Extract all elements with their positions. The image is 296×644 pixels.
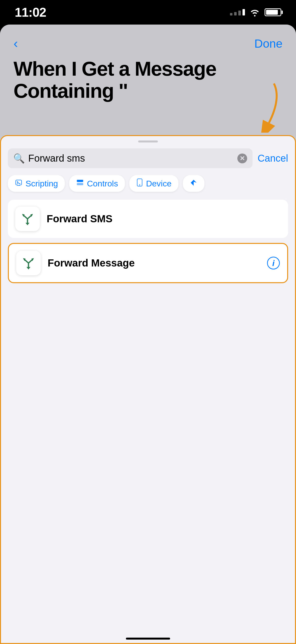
cancel-search-button[interactable]: Cancel	[258, 153, 288, 164]
info-icon: i	[267, 257, 280, 270]
search-input[interactable]	[28, 153, 234, 164]
search-panel: 🔍 ✕ Cancel Scripting Controls	[0, 135, 296, 644]
svg-rect-1	[77, 180, 83, 182]
status-icons	[230, 8, 281, 16]
wifi-icon	[249, 8, 260, 16]
home-indicator	[126, 638, 170, 640]
drag-handle	[138, 140, 158, 142]
done-button[interactable]: Done	[254, 37, 283, 50]
svg-rect-2	[77, 183, 83, 185]
clear-search-button[interactable]: ✕	[237, 154, 247, 163]
controls-icon	[76, 178, 84, 188]
location-icon	[190, 179, 198, 188]
result-forward-sms[interactable]: Forward SMS	[8, 200, 288, 238]
back-button[interactable]: ‹	[13, 38, 18, 50]
chevron-left-icon: ‹	[13, 36, 18, 50]
arrow-icon	[237, 78, 286, 133]
status-time: 11:02	[15, 5, 46, 20]
status-bar: 11:02	[0, 0, 296, 24]
chip-device[interactable]: Device	[129, 175, 178, 192]
svg-point-4	[139, 184, 140, 186]
controls-label: Controls	[87, 179, 118, 188]
result-forward-message[interactable]: Forward Message i	[8, 243, 288, 283]
scripting-label: Scripting	[25, 179, 58, 188]
search-icon: 🔍	[13, 153, 25, 164]
category-chips: Scripting Controls Device	[1, 175, 295, 200]
results-list: Forward SMS	[1, 200, 295, 283]
signal-icon	[230, 9, 245, 16]
chip-location[interactable]	[183, 175, 204, 192]
forward-message-label: Forward Message	[48, 257, 260, 269]
info-button[interactable]: i	[267, 257, 280, 270]
chip-scripting[interactable]: Scripting	[8, 175, 65, 192]
device-label: Device	[146, 179, 172, 188]
arrow-annotation	[237, 78, 286, 133]
clear-icon: ✕	[240, 155, 245, 162]
scripting-icon	[15, 178, 22, 188]
forward-sms-icon-wrap	[15, 206, 40, 231]
search-input-wrapper: 🔍 ✕	[8, 148, 253, 168]
nav-bar: ‹ Done	[0, 24, 296, 55]
forward-sms-label: Forward SMS	[47, 213, 281, 225]
main-sheet: ‹ Done When I Get a Message Containing '…	[0, 24, 296, 644]
battery-icon	[265, 8, 281, 16]
search-bar-container: 🔍 ✕ Cancel	[1, 148, 295, 168]
forward-message-icon	[20, 254, 37, 272]
forward-message-icon-wrap	[16, 251, 41, 275]
forward-sms-icon	[19, 210, 36, 228]
device-icon	[136, 178, 143, 188]
chip-controls[interactable]: Controls	[69, 175, 125, 192]
